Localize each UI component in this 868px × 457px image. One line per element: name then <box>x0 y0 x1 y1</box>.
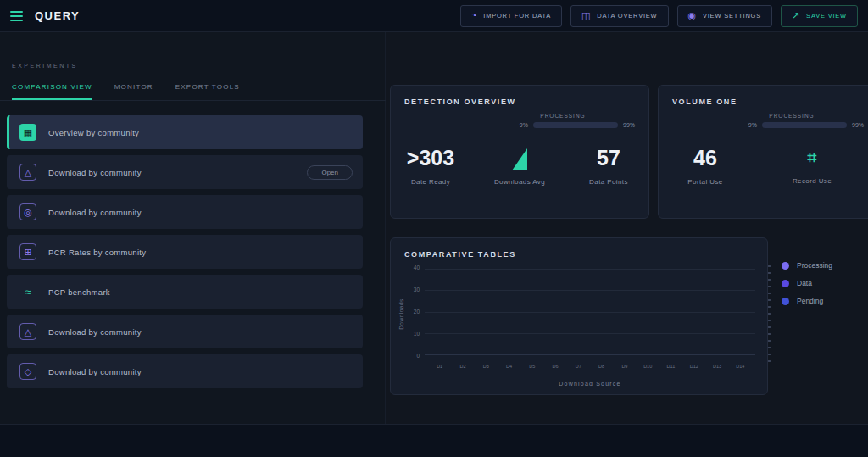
y-tick: 0 <box>416 353 420 359</box>
button-label: DATA OVERVIEW <box>597 12 657 20</box>
detection-overview-card: DETECTION OVERVIEW PROCESSING 9% 99% >30… <box>390 85 649 219</box>
x-tick: D4 <box>503 364 515 369</box>
footer-bar <box>0 424 868 457</box>
x-tick: D11 <box>665 364 676 369</box>
list-item[interactable]: ◎ Download by community <box>7 195 363 229</box>
list-item-label: PCP benchmark <box>48 287 110 297</box>
list-item-label: Download by community <box>48 168 142 177</box>
list-item-label: Download by community <box>48 367 142 376</box>
chart-x-axis-label: Download Source <box>425 381 755 387</box>
comparative-tables-card: COMPARATIVE TABLES Downloads 40 30 20 10… <box>390 237 768 395</box>
tabs-divider <box>0 100 386 101</box>
progress-left-value: 9% <box>748 122 757 128</box>
progress-right-value: 99% <box>623 122 635 128</box>
sidebar: EXPERIMENTS COMPARISON VIEW MONITOR EXPO… <box>0 32 386 424</box>
hamburger-menu-icon[interactable] <box>10 11 23 21</box>
legend-dot-icon <box>782 262 789 270</box>
y-tick: 10 <box>414 331 420 337</box>
x-tick: D9 <box>619 364 631 369</box>
progress: PROCESSING 9% 99% <box>491 113 635 128</box>
progress: PROCESSING 9% 99% <box>720 113 864 128</box>
sidebar-tabs: COMPARISON VIEW MONITOR EXPORT TOOLS <box>12 83 240 100</box>
y-tick: 30 <box>414 287 420 293</box>
progress-left-value: 9% <box>520 122 528 128</box>
legend-item-data[interactable]: Data <box>782 279 832 287</box>
legend-item-processing[interactable]: Processing <box>782 261 832 270</box>
chart-y-ticks: 40 30 20 10 0 <box>404 265 420 359</box>
x-tick: D2 <box>457 364 469 369</box>
stat: Downloads Avg <box>493 147 546 187</box>
progress-bar <box>533 122 618 128</box>
x-tick: D5 <box>526 364 538 369</box>
stat-label: Data Points <box>589 178 628 187</box>
list-item-label: PCR Rates by community <box>48 248 146 257</box>
tab-comparison-view[interactable]: COMPARISON VIEW <box>12 83 92 100</box>
legend-dot-icon <box>782 298 789 305</box>
button-label: VIEW SETTINGS <box>703 12 761 20</box>
stat: >303 Date Ready <box>404 147 457 187</box>
stat-value: 57 <box>597 147 620 170</box>
tab-export-tools[interactable]: EXPORT TOOLS <box>175 83 240 100</box>
stat: 57 Data Points <box>582 147 635 187</box>
list-item-label: Download by community <box>48 327 142 337</box>
legend-dot-icon <box>782 280 789 287</box>
save-view-button[interactable]: ↗ SAVE VIEW <box>781 5 858 27</box>
stat: ⌗ Record Use <box>786 147 838 187</box>
list-item[interactable]: △ Download by community <box>7 315 363 348</box>
stat-label: Downloads Avg <box>494 178 545 187</box>
flask-icon: △ <box>19 164 36 181</box>
stat-label: Date Ready <box>411 178 450 187</box>
grid-icon: ◫ <box>581 11 591 20</box>
stats-row: >303 Date Ready Downloads Avg 57 Data Po… <box>404 147 635 187</box>
stat-label: Record Use <box>793 177 832 187</box>
box-icon: ◇ <box>19 363 36 380</box>
legend-label: Processing <box>797 261 832 270</box>
progress-bar <box>762 122 847 128</box>
list-item[interactable]: △ Download by community Open <box>7 155 363 189</box>
stat-value: 46 <box>693 147 717 170</box>
import-data-button[interactable]: ◔ IMPORT FOR DATA <box>460 5 562 27</box>
view-settings-button[interactable]: ◉ VIEW SETTINGS <box>677 5 773 27</box>
data-overview-button[interactable]: ◫ DATA OVERVIEW <box>570 5 668 27</box>
button-label: SAVE VIEW <box>806 12 847 20</box>
x-tick: D12 <box>688 364 700 369</box>
list-item[interactable]: ▦ Overview by community <box>7 115 363 149</box>
hash-icon: ⌗ <box>808 147 817 170</box>
stat-value: >303 <box>407 147 454 170</box>
list-item[interactable]: ◇ Download by community <box>7 354 363 388</box>
chart-y-axis-label: Downloads <box>398 281 404 348</box>
chart-plot <box>425 269 755 355</box>
legend-scrollbar[interactable] <box>768 263 771 363</box>
x-tick: D1 <box>434 364 446 369</box>
flask-icon: △ <box>19 323 36 340</box>
bell-icon: ◔ <box>471 11 477 20</box>
list-item-label: Download by community <box>48 208 142 217</box>
volume-one-card: VOLUME ONE PROCESSING 9% 99% 46 Portal U… <box>658 85 868 219</box>
x-tick: D7 <box>572 364 584 369</box>
chart-bars <box>425 269 755 354</box>
app-title: QUERY <box>35 9 80 22</box>
dataset-grid-icon: ▦ <box>19 124 36 141</box>
chart-legend: Processing Data Pending <box>782 261 832 305</box>
open-badge[interactable]: Open <box>307 165 353 180</box>
x-tick: D13 <box>711 364 723 369</box>
user-icon: ◉ <box>688 11 697 20</box>
progress-right-value: 99% <box>852 122 864 128</box>
list-item[interactable]: ≈ PCP benchmark <box>7 275 363 309</box>
x-tick: D6 <box>549 364 561 369</box>
sidebar-section-label: EXPERIMENTS <box>12 63 78 69</box>
stat-label: Portal Use <box>687 178 722 187</box>
x-tick: D8 <box>596 364 608 369</box>
stat: 46 Portal Use <box>679 147 732 187</box>
tab-monitor[interactable]: MONITOR <box>114 83 153 100</box>
card-title: VOLUME ONE <box>672 98 737 106</box>
list-item[interactable]: ⊞ PCR Rates by community <box>7 235 363 269</box>
chart-x-ticks: D1D2D3D4D5D6D7D8D9D10D11D12D13D14 <box>425 364 755 369</box>
trend-icon: ↗ <box>792 11 800 20</box>
legend-label: Data <box>797 279 812 287</box>
legend-label: Pending <box>797 297 823 305</box>
x-tick: D14 <box>734 364 746 369</box>
button-label: IMPORT FOR DATA <box>483 12 551 20</box>
table-icon: ⊞ <box>19 243 36 260</box>
legend-item-pending[interactable]: Pending <box>782 297 832 305</box>
